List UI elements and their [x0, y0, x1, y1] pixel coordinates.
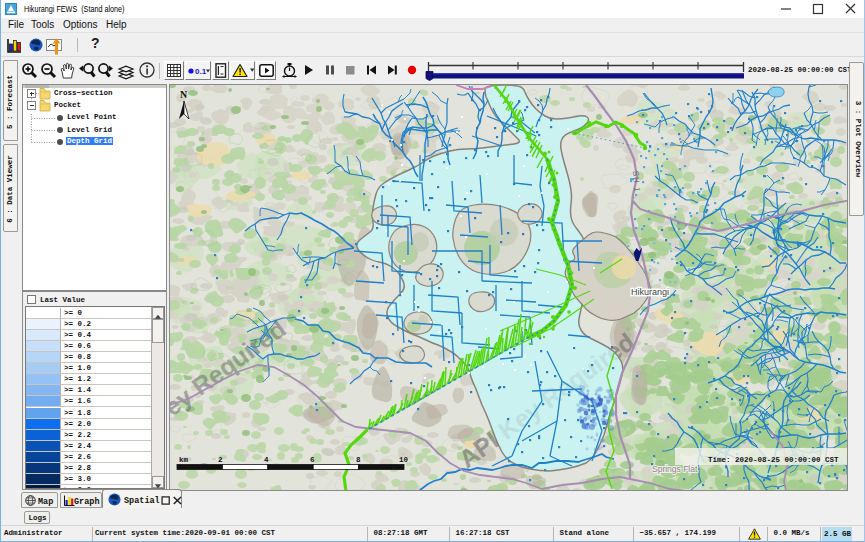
svg-text:Springs Flat: Springs Flat: [652, 464, 698, 474]
svg-text:Hikurangi: Hikurangi: [631, 287, 669, 297]
svg-text:N: N: [180, 89, 188, 100]
svg-text:2: 2: [218, 456, 223, 464]
svg-text:SH 1: SH 1: [631, 171, 641, 193]
svg-text:8: 8: [356, 456, 361, 464]
svg-text:km: km: [179, 456, 189, 464]
svg-text:10: 10: [399, 456, 409, 464]
svg-text:4: 4: [264, 456, 269, 464]
svg-text:6: 6: [310, 456, 315, 464]
svg-text:Time: 2020-08-25 00:00:00 CST: Time: 2020-08-25 00:00:00 CST: [708, 456, 839, 464]
svg-text:0.1: 0.1: [195, 67, 207, 76]
